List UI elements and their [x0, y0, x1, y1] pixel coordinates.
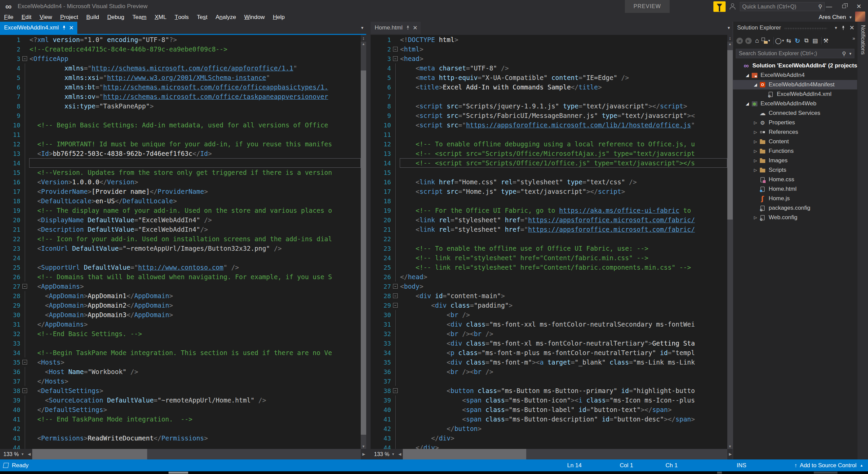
menu-analyze[interactable]: Analyze: [212, 13, 240, 22]
menu-edit[interactable]: Edit: [17, 13, 35, 22]
tree-item-home-css[interactable]: Home.css: [733, 175, 857, 184]
code-line-21[interactable]: 21 <link rel="stylesheet" href="https://…: [371, 225, 727, 234]
add-to-source-control-button[interactable]: ↑ Add to Source Control ▲: [794, 462, 863, 469]
code-line-32[interactable]: 32 <!--End Basic Settings. -->: [0, 329, 361, 338]
menu-file[interactable]: File: [0, 13, 17, 22]
collapse-all-icon[interactable]: ▼: [762, 36, 775, 45]
code-line-26[interactable]: 26</head>: [371, 272, 727, 282]
close-button[interactable]: ✕: [852, 0, 866, 13]
code-line-36[interactable]: 36 <br /><br />: [371, 367, 727, 376]
code-line-3[interactable]: 3−<OfficeApp: [0, 54, 361, 63]
code-line-13[interactable]: 13 <!-- <script src="Scripts/Office/Micr…: [371, 149, 727, 158]
code-line-15[interactable]: 15: [371, 168, 727, 177]
code-line-38[interactable]: 38− <DefaultSettings>: [0, 386, 361, 395]
fold-collapse-icon[interactable]: −: [391, 44, 400, 54]
menu-help[interactable]: Help: [269, 13, 289, 22]
tree-item-images[interactable]: ▷Images: [733, 156, 857, 165]
fold-collapse-icon[interactable]: −: [20, 54, 29, 63]
code-line-30[interactable]: 30 <br />: [371, 310, 727, 320]
code-line-13[interactable]: 13 <Id>bb76f522-503c-4838-962b-7d46eef1f…: [0, 149, 361, 158]
restore-button[interactable]: [837, 0, 851, 13]
fold-collapse-icon[interactable]: −: [20, 357, 29, 367]
code-line-31[interactable]: 31 </AppDomains>: [0, 320, 361, 329]
refresh-icon[interactable]: ↻: [793, 36, 802, 45]
close-icon[interactable]: ✕: [849, 24, 854, 32]
fold-collapse-icon[interactable]: −: [20, 282, 29, 291]
code-line-40[interactable]: 40 <span class="ms-Button-label" id="but…: [371, 405, 727, 414]
code-line-24[interactable]: 24: [0, 253, 361, 263]
code-line-27[interactable]: 27− <AppDomains>: [0, 282, 361, 291]
code-line-23[interactable]: 23 <IconUrl DefaultValue="~remoteAppUrl/…: [0, 244, 361, 253]
code-line-15[interactable]: 15 <!--Version. Updates from the store o…: [0, 168, 361, 177]
menu-window[interactable]: Window: [240, 13, 269, 22]
code-line-35[interactable]: 35 <div class="ms-font-m"><a target="_bl…: [371, 357, 727, 367]
code-line-10[interactable]: 10 <script src="https://appsforoffice.mi…: [371, 120, 727, 130]
status-line-number[interactable]: Ln 14: [567, 462, 620, 469]
code-editor-left[interactable]: 1<?xml version="1.0" encoding="UTF-8"?>2…: [0, 35, 361, 449]
code-line-37[interactable]: 37 </Hosts>: [0, 376, 361, 386]
status-character[interactable]: Ch 1: [666, 462, 737, 469]
solution-explorer-title-bar[interactable]: Solution Explorer ▼ ✕: [733, 22, 857, 34]
code-line-25[interactable]: 25 <!-- link rel="stylesheet" href="Cont…: [371, 263, 727, 272]
code-line-2[interactable]: 2−<html>: [371, 44, 727, 54]
code-line-19[interactable]: 19 <!-- The display name of your add-in.…: [0, 206, 361, 215]
tree-item-functions[interactable]: ▷Functions: [733, 146, 857, 156]
solution-explorer-search-box[interactable]: ⚲ ▼: [736, 49, 854, 58]
tree-item-web-config[interactable]: ▷⚙Web.config: [733, 213, 857, 222]
code-line-10[interactable]: 10 <!-- Begin Basic Settings: Add-in met…: [0, 120, 361, 130]
scroll-up-icon[interactable]: ▲: [727, 42, 733, 46]
code-line-36[interactable]: 36 <Host Name="Workbook" />: [0, 367, 361, 376]
tree-item-excelwebaddin4web[interactable]: ◢⊕ExcelWebAddIn4Web: [733, 99, 857, 108]
scroll-down-icon[interactable]: ▼: [361, 445, 366, 448]
code-line-34[interactable]: 34 <!--Begin TaskPane Mode integration. …: [0, 348, 361, 357]
feedback-flag-button[interactable]: [713, 1, 726, 12]
code-line-12[interactable]: 12 <!-- IMPORTANT! Id must be unique for…: [0, 139, 361, 149]
document-list-dropdown-icon[interactable]: ▼: [360, 26, 364, 30]
code-line-14[interactable]: 14 <!-- <script src="Scripts/Office/1/of…: [371, 158, 727, 168]
tree-item-home-js[interactable]: ʃHome.js: [733, 194, 857, 203]
split-handle-icon[interactable]: ↕: [361, 35, 366, 42]
scroll-thumb[interactable]: [727, 50, 733, 220]
scroll-down-icon[interactable]: ▼: [727, 445, 733, 448]
forward-icon[interactable]: ▶: [744, 36, 753, 45]
notifications-side-tab[interactable]: Notifications: [857, 22, 868, 459]
close-icon[interactable]: ✕: [69, 24, 74, 32]
code-line-5[interactable]: 5 <meta http-equiv="X-UA-Compatible" con…: [371, 73, 727, 82]
code-line-42[interactable]: 42 </button>: [371, 424, 727, 433]
preview-badge[interactable]: PREVIEW: [625, 0, 670, 13]
code-line-34[interactable]: 34 <p class="ms-font-m-plus ms-fontColor…: [371, 348, 727, 357]
expander-open-icon[interactable]: ◢: [744, 101, 751, 106]
code-line-30[interactable]: 30 <AppDomain>AppDomain3</AppDomain>: [0, 310, 361, 320]
code-line-8[interactable]: 8 xsi:type="TaskPaneApp">: [0, 101, 361, 111]
tree-item-solution-excelwebaddin4-2-projects[interactable]: ∞Solution 'ExcelWebAddIn4' (2 projects): [733, 61, 857, 70]
send-feedback-button[interactable]: [728, 3, 736, 11]
code-line-31[interactable]: 31 <div class="ms-font-xxl ms-fontColor-…: [371, 320, 727, 329]
expander-closed-icon[interactable]: ▷: [752, 139, 759, 144]
code-line-1[interactable]: 1<!DOCTYPE html>: [371, 35, 727, 44]
code-line-22[interactable]: 22 <!-- Icon for your add-in. Used on in…: [0, 234, 361, 244]
tab-home-html[interactable]: Home.html ✕: [371, 22, 421, 34]
expander-closed-icon[interactable]: ▷: [752, 158, 759, 163]
expander-open-icon[interactable]: ◢: [744, 73, 751, 78]
code-line-35[interactable]: 35− <Hosts>: [0, 357, 361, 367]
code-line-16[interactable]: 16 <Version>1.0.0.0</Version>: [0, 177, 361, 187]
code-line-33[interactable]: 33: [0, 338, 361, 348]
scroll-up-icon[interactable]: ▲: [361, 42, 366, 46]
pane-splitter[interactable]: [366, 22, 371, 459]
back-icon[interactable]: ◀: [735, 36, 744, 45]
scroll-right-icon[interactable]: ▶: [361, 452, 366, 456]
code-line-44[interactable]: 44 </div>: [371, 443, 727, 449]
expander-closed-icon[interactable]: ▷: [752, 215, 759, 220]
code-line-21[interactable]: 21 <Description DefaultValue="ExcelWebAd…: [0, 225, 361, 234]
fold-collapse-icon[interactable]: −: [391, 386, 400, 395]
split-handle-icon[interactable]: ↕: [727, 35, 733, 42]
drag-dots[interactable]: [784, 27, 827, 30]
menu-xml[interactable]: XML: [151, 13, 171, 22]
tree-item-references[interactable]: ▷References: [733, 127, 857, 137]
scroll-left-icon[interactable]: ◀: [397, 452, 402, 456]
vertical-scrollbar-right[interactable]: ↕ ▲ ▼: [727, 35, 733, 449]
code-line-33[interactable]: 33 <div class="ms-font-xl ms-fontColor-n…: [371, 338, 727, 348]
code-line-6[interactable]: 6 <title>Excel Add-In with Commands Samp…: [371, 82, 727, 92]
code-line-7[interactable]: 7 xmlns:ov="http://schemas.microsoft.com…: [0, 92, 361, 101]
code-line-6[interactable]: 6 xmlns:bt="http://schemas.microsoft.com…: [0, 82, 361, 92]
